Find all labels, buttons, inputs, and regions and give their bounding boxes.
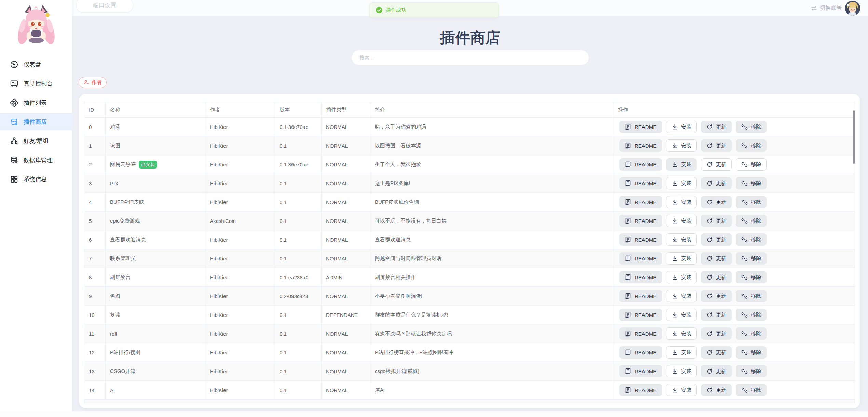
unlink-icon [741, 180, 748, 187]
remove-button[interactable]: 移除 [736, 196, 767, 208]
sidebar-item-plugin-list[interactable]: 插件列表 [0, 94, 72, 111]
cell-type: NORMAL [322, 136, 370, 155]
user-avatar[interactable] [845, 1, 860, 16]
readme-button[interactable]: README [619, 290, 662, 302]
update-button[interactable]: 更新 [701, 196, 732, 208]
update-button[interactable]: 更新 [701, 309, 732, 321]
remove-button[interactable]: 移除 [736, 177, 767, 189]
page-title: 插件商店 [72, 28, 868, 48]
readme-doc-icon [625, 199, 632, 205]
install-button[interactable]: 安装 [666, 158, 697, 171]
switch-account-button[interactable]: 切换账号 [811, 4, 842, 12]
vertical-scrollbar-thumb[interactable] [853, 110, 855, 164]
remove-button[interactable]: 移除 [736, 327, 767, 340]
update-button[interactable]: 更新 [701, 290, 732, 302]
install-button[interactable]: 安装 [666, 309, 697, 321]
cell-desc: csgo模拟开箱[戒赌] [370, 362, 613, 380]
update-button[interactable]: 更新 [701, 233, 732, 246]
readme-button[interactable]: README [619, 271, 662, 283]
readme-button[interactable]: README [619, 252, 662, 265]
remove-button[interactable]: 移除 [736, 158, 767, 171]
table-row: 8 刷屏禁言 已安装 HibiKier 0.1-ea238a0 ADMIN 刷屏… [84, 268, 855, 287]
install-button[interactable]: 安装 [666, 233, 697, 246]
cell-version: 0.1 [275, 381, 322, 399]
cell-id: 1 [84, 136, 106, 155]
port-settings-button[interactable]: 端口设置 [76, 0, 133, 13]
install-button[interactable]: 安装 [666, 290, 697, 302]
remove-button[interactable]: 移除 [736, 121, 767, 133]
download-icon [672, 387, 678, 393]
sidebar-item-console[interactable]: 真寻控制台 [0, 75, 72, 92]
cell-actions: README 安装 更新 移除 [613, 212, 855, 230]
readme-button[interactable]: README [619, 139, 662, 152]
sidebar-item-database[interactable]: 数据库管理 [0, 151, 72, 169]
readme-button[interactable]: README [619, 196, 662, 208]
sidebar-item-system-info[interactable]: 系统信息 [0, 171, 72, 188]
readme-button[interactable]: README [619, 365, 662, 377]
update-button[interactable]: 更新 [701, 384, 732, 396]
remove-button[interactable]: 移除 [736, 233, 767, 246]
cell-name: 联系管理员 已安装 [106, 249, 205, 268]
download-icon [672, 218, 678, 224]
readme-button[interactable]: README [619, 215, 662, 227]
cell-name: 网易云热评 已安装 [106, 155, 205, 174]
readme-button[interactable]: README [619, 121, 662, 133]
cell-desc: 生了个人，我很抱歉 [370, 155, 613, 174]
update-button[interactable]: 更新 [701, 139, 732, 152]
install-button[interactable]: 安装 [666, 196, 697, 208]
cell-desc: 屑Ai [370, 381, 613, 399]
update-button[interactable]: 更新 [701, 215, 732, 227]
remove-button[interactable]: 移除 [736, 309, 767, 321]
sidebar-item-friends-groups[interactable]: 好友/群组 [0, 132, 72, 149]
readme-button[interactable]: README [619, 346, 662, 359]
remove-button[interactable]: 移除 [736, 139, 767, 152]
unlink-icon [741, 368, 748, 375]
install-button[interactable]: 安装 [666, 327, 697, 340]
remove-button[interactable]: 移除 [736, 271, 767, 283]
download-icon [672, 237, 678, 243]
readme-button[interactable]: README [619, 327, 662, 340]
cell-author: HibiKier [205, 381, 275, 399]
remove-button[interactable]: 移除 [736, 384, 767, 396]
readme-button[interactable]: README [619, 309, 662, 321]
main-content: 插件商店 作者 ID 名称 作者 版本 插件类型 简介 操作 [72, 16, 868, 417]
readme-button[interactable]: README [619, 233, 662, 246]
sidebar-item-plugin-store[interactable]: 插件商店 [0, 113, 72, 130]
unlink-icon [741, 293, 748, 299]
cell-version: 0.1 [275, 193, 322, 211]
refresh-icon [706, 349, 713, 356]
install-button[interactable]: 安装 [666, 365, 697, 377]
cell-author: HibiKier [205, 306, 275, 324]
update-button[interactable]: 更新 [701, 271, 732, 283]
search-input[interactable] [352, 50, 589, 65]
readme-button[interactable]: README [619, 158, 662, 171]
update-button[interactable]: 更新 [701, 327, 732, 340]
install-button[interactable]: 安装 [666, 121, 697, 133]
readme-button[interactable]: README [619, 177, 662, 189]
install-button[interactable]: 安装 [666, 215, 697, 227]
remove-button[interactable]: 移除 [736, 290, 767, 302]
horizontal-scrollbar-track[interactable] [0, 411, 868, 417]
cell-actions: README 安装 更新 移除 [613, 136, 855, 155]
remove-button[interactable]: 移除 [736, 252, 767, 265]
remove-button[interactable]: 移除 [736, 215, 767, 227]
update-button[interactable]: 更新 [701, 346, 732, 359]
install-button[interactable]: 安装 [666, 384, 697, 396]
remove-button[interactable]: 移除 [736, 346, 767, 359]
update-button[interactable]: 更新 [701, 252, 732, 265]
update-button[interactable]: 更新 [701, 177, 732, 189]
install-button[interactable]: 安装 [666, 177, 697, 189]
install-button[interactable]: 安装 [666, 271, 697, 283]
remove-button[interactable]: 移除 [736, 365, 767, 377]
sidebar-item-dashboard[interactable]: 仪表盘 [0, 56, 72, 73]
avatar-image [845, 1, 860, 16]
sidebar-item-label: 系统信息 [24, 175, 47, 183]
update-button[interactable]: 更新 [701, 158, 732, 171]
update-button[interactable]: 更新 [701, 121, 732, 133]
install-button[interactable]: 安装 [666, 139, 697, 152]
readme-button[interactable]: README [619, 384, 662, 396]
install-button[interactable]: 安装 [666, 252, 697, 265]
author-filter-button[interactable]: 作者 [79, 77, 107, 88]
update-button[interactable]: 更新 [701, 365, 732, 377]
install-button[interactable]: 安装 [666, 346, 697, 359]
